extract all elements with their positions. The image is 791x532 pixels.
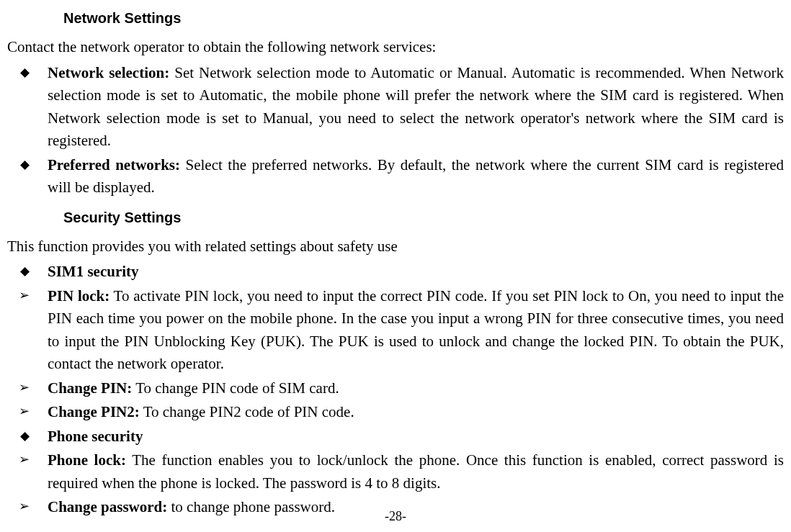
section-heading-security: Security Settings bbox=[63, 207, 784, 228]
list-item: Network selection: Set Network selection… bbox=[7, 62, 784, 153]
item-text: To change PIN2 code of PIN code. bbox=[140, 403, 354, 420]
network-settings-list: Network selection: Set Network selection… bbox=[7, 62, 784, 199]
section-intro-security: This function provides you with related … bbox=[7, 235, 784, 258]
item-text: The function enables you to lock/unlock … bbox=[48, 451, 784, 492]
list-item: Phone lock: The function enables you to … bbox=[7, 449, 784, 495]
security-settings-list: SIM1 security PIN lock: To activate PIN … bbox=[7, 261, 784, 519]
item-term: SIM1 security bbox=[48, 263, 139, 280]
item-term: Network selection: bbox=[48, 64, 169, 81]
item-term: Preferred networks: bbox=[48, 156, 180, 173]
list-item: Phone security bbox=[7, 425, 784, 448]
item-text: To change PIN code of SIM card. bbox=[132, 379, 339, 397]
section-heading-network: Network Settings bbox=[63, 7, 784, 29]
list-item: PIN lock: To activate PIN lock, you need… bbox=[7, 285, 784, 376]
item-term: Change PIN: bbox=[48, 379, 132, 397]
page-number: -28- bbox=[0, 507, 791, 526]
item-text: To activate PIN lock, you need to input … bbox=[48, 287, 784, 373]
item-term: Phone security bbox=[48, 428, 143, 445]
list-item: SIM1 security bbox=[7, 261, 784, 284]
section-intro-network: Contact the network operator to obtain t… bbox=[7, 36, 784, 59]
item-term: Phone lock: bbox=[48, 451, 126, 469]
list-item: Change PIN2: To change PIN2 code of PIN … bbox=[7, 401, 784, 424]
item-term: PIN lock: bbox=[48, 287, 110, 305]
list-item: Preferred networks: Select the preferred… bbox=[7, 154, 784, 199]
list-item: Change PIN: To change PIN code of SIM ca… bbox=[7, 377, 784, 400]
item-term: Change PIN2: bbox=[48, 403, 140, 420]
